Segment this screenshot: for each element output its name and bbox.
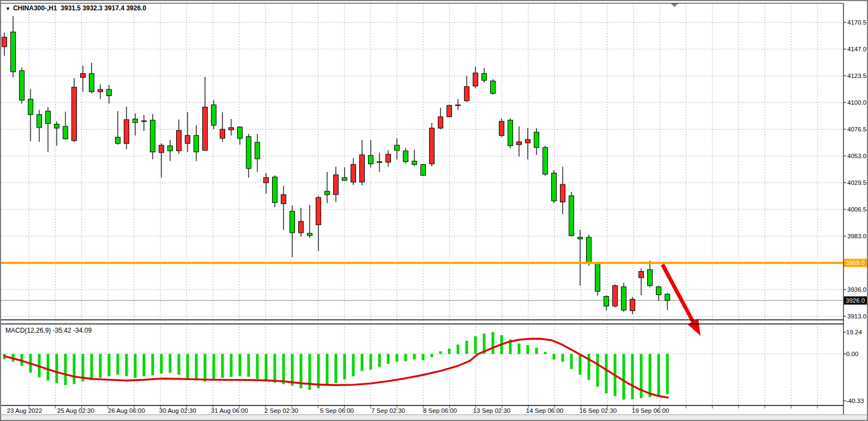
price-axis-label: 4147.0 xyxy=(847,46,866,52)
candle-body xyxy=(185,136,190,144)
macd-bar xyxy=(282,354,285,384)
macd-indicator-label: MACD(12,26,9) -35.42 -34.09 xyxy=(5,327,92,334)
candle-body xyxy=(194,136,199,152)
candle-body xyxy=(578,237,583,239)
price-axis-label: 4006.5 xyxy=(847,206,866,213)
candle-body xyxy=(377,162,382,163)
macd-bar xyxy=(221,354,224,378)
orange-resistance-line[interactable] xyxy=(1,262,843,264)
candle-body xyxy=(369,155,373,164)
macd-bar xyxy=(204,354,207,382)
candle-body xyxy=(133,119,138,122)
candle-body xyxy=(55,124,59,128)
macd-bar xyxy=(274,354,276,382)
header-ohlc-values: 3931.5 3932.3 3917.4 3926.0 xyxy=(61,4,146,12)
macd-bar xyxy=(527,345,529,354)
candle-body xyxy=(456,105,461,106)
candle-body xyxy=(212,105,216,125)
macd-bar xyxy=(56,354,58,383)
price-axis-label: 4123.5 xyxy=(847,73,866,79)
macd-bar xyxy=(378,354,381,367)
price-axis-label: 3936.0 xyxy=(847,286,866,293)
macd-bar xyxy=(658,354,660,395)
macd-bar xyxy=(649,354,652,397)
macd-bar xyxy=(605,354,608,394)
macd-bar xyxy=(265,354,268,381)
symbol-timeframe-label: CHINA300-,H1 xyxy=(13,4,57,12)
candle-body xyxy=(630,299,635,311)
macd-bar xyxy=(213,354,215,380)
macd-bar xyxy=(117,354,119,375)
candle-body xyxy=(28,99,33,115)
time-axis-label: 23 Aug 2022 xyxy=(7,407,43,414)
macd-bar xyxy=(91,354,93,380)
candle-body xyxy=(351,165,356,182)
candle-body xyxy=(604,297,609,306)
macd-bar xyxy=(335,354,337,383)
price-axis-label: 4053.0 xyxy=(847,153,866,159)
price-axis-label: 4076.5 xyxy=(847,126,866,133)
macd-bar xyxy=(343,354,346,380)
candle-body xyxy=(552,173,557,201)
time-axis-label: 26 Aug 06:00 xyxy=(108,407,145,414)
macd-bar xyxy=(631,354,634,399)
candle-body xyxy=(613,286,618,306)
candle-body xyxy=(395,145,400,150)
time-axis-label: 7 Sep 02:30 xyxy=(371,407,405,414)
candle-body xyxy=(72,87,77,141)
macd-bar xyxy=(326,354,329,385)
chart-window: ▼CHINA300-,H1 3931.5 3932.3 3917.4 3926.… xyxy=(0,0,868,421)
candle-body xyxy=(124,119,129,143)
candle-body xyxy=(11,32,16,72)
time-axis-label: 14 Sep 06:00 xyxy=(526,407,563,414)
macd-bar xyxy=(396,354,399,362)
macd-bar xyxy=(352,354,355,376)
macd-bar xyxy=(492,332,495,354)
candle-body xyxy=(20,71,25,100)
candle-body xyxy=(342,178,347,181)
macd-bar xyxy=(152,354,154,375)
candle-body xyxy=(81,74,86,77)
macd-bar xyxy=(99,354,102,378)
price-axis-label: 4029.5 xyxy=(847,179,866,186)
macd-bar xyxy=(387,354,390,364)
candle-body xyxy=(421,165,426,176)
candle-body xyxy=(587,237,592,263)
candle-body xyxy=(281,195,286,204)
candle-body xyxy=(255,142,260,159)
candle-body xyxy=(107,89,112,96)
candle-body xyxy=(526,140,531,143)
candle-body xyxy=(473,73,478,86)
price-chart-canvas[interactable] xyxy=(1,1,868,421)
time-axis-label: 25 Aug 02:30 xyxy=(57,407,94,414)
macd-bar xyxy=(134,354,137,378)
macd-bar xyxy=(553,354,556,359)
candle-body xyxy=(220,129,225,139)
candle-body xyxy=(595,263,600,291)
chart-shift-marker-icon[interactable] xyxy=(671,3,678,7)
macd-bar xyxy=(160,354,163,374)
current-price-badge: 3926.0 xyxy=(844,297,868,305)
time-axis-label: 5 Sep 06:00 xyxy=(320,407,354,414)
macd-bar xyxy=(666,354,669,394)
candle-body xyxy=(116,137,120,144)
macd-bar xyxy=(125,354,128,376)
candle-body xyxy=(482,74,487,81)
candle-body xyxy=(430,128,435,164)
candle-body xyxy=(656,287,661,295)
candle-body xyxy=(403,151,408,162)
time-axis-label: 30 Aug 02:30 xyxy=(159,407,196,414)
candle-body xyxy=(159,145,164,153)
candle-body xyxy=(177,130,182,151)
candle-body xyxy=(46,111,51,124)
candle-body xyxy=(203,107,208,150)
chevron-down-icon[interactable]: ▼ xyxy=(5,6,10,11)
price-axis-label: 3983.0 xyxy=(847,233,866,239)
macd-bar xyxy=(64,354,67,385)
macd-bar xyxy=(317,354,320,388)
candle-body xyxy=(264,178,269,183)
macd-bar xyxy=(248,354,250,377)
candle-body xyxy=(438,117,443,128)
macd-bar xyxy=(431,354,433,357)
candle-body xyxy=(639,272,644,278)
